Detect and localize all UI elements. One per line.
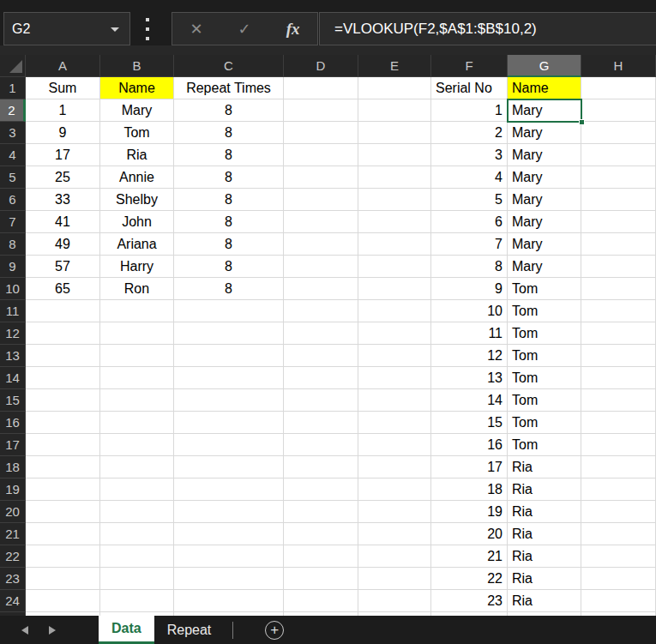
cell-E2[interactable] bbox=[358, 99, 431, 122]
add-sheet-button[interactable]: + bbox=[265, 621, 284, 640]
cell-C16[interactable] bbox=[174, 412, 284, 434]
cell-C18[interactable] bbox=[174, 456, 284, 478]
cell-H7[interactable] bbox=[581, 211, 656, 233]
name-box-dropdown-icon[interactable] bbox=[111, 27, 119, 32]
row-header-18[interactable]: 18 bbox=[0, 456, 26, 478]
cell-C14[interactable] bbox=[174, 367, 284, 389]
cell-G12[interactable]: Tom bbox=[508, 322, 581, 345]
cell-D11[interactable] bbox=[284, 300, 358, 322]
row-header-7[interactable]: 7 bbox=[0, 211, 26, 233]
cell-H24[interactable] bbox=[581, 590, 656, 612]
cell-A6[interactable]: 33 bbox=[26, 189, 100, 211]
cell-E10[interactable] bbox=[358, 278, 431, 300]
cell-D22[interactable] bbox=[284, 545, 358, 568]
cell-H10[interactable] bbox=[581, 278, 656, 300]
cell-F14[interactable]: 13 bbox=[431, 367, 508, 389]
cell-H8[interactable] bbox=[581, 233, 656, 256]
cell-G13[interactable]: Tom bbox=[508, 345, 581, 367]
select-all-button[interactable] bbox=[0, 55, 26, 77]
cell-B21[interactable] bbox=[100, 523, 174, 545]
cell-H18[interactable] bbox=[581, 456, 656, 478]
row-header-10[interactable]: 10 bbox=[0, 278, 26, 300]
prev-sheet-icon[interactable] bbox=[21, 626, 28, 635]
cell-H5[interactable] bbox=[581, 166, 656, 189]
cell-A4[interactable]: 17 bbox=[26, 144, 100, 166]
cell-B14[interactable] bbox=[100, 367, 174, 389]
cell-B2[interactable]: Mary bbox=[100, 99, 174, 122]
insert-function-icon[interactable]: fx bbox=[286, 21, 300, 37]
fill-handle[interactable] bbox=[579, 119, 585, 125]
row-header-15[interactable]: 15 bbox=[0, 389, 26, 412]
cell-D10[interactable] bbox=[284, 278, 358, 300]
cell-E19[interactable] bbox=[358, 478, 431, 501]
cell-B13[interactable] bbox=[100, 345, 174, 367]
cell-A1[interactable]: Sum bbox=[26, 77, 100, 99]
cell-H12[interactable] bbox=[581, 322, 656, 345]
cell-C11[interactable] bbox=[174, 300, 284, 322]
cell-G24[interactable]: Ria bbox=[508, 590, 581, 612]
cell-B23[interactable] bbox=[100, 568, 174, 590]
cell-E21[interactable] bbox=[358, 523, 431, 545]
cell-H2[interactable] bbox=[581, 99, 656, 122]
cell-C6[interactable]: 8 bbox=[174, 189, 284, 211]
cell-B10[interactable]: Ron bbox=[100, 278, 174, 300]
cell-A20[interactable] bbox=[26, 501, 100, 523]
cell-D7[interactable] bbox=[284, 211, 358, 233]
cell-C5[interactable]: 8 bbox=[174, 166, 284, 189]
cell-C4[interactable]: 8 bbox=[174, 144, 284, 166]
cell-B9[interactable]: Harry bbox=[100, 256, 174, 278]
enter-icon[interactable]: ✓ bbox=[238, 21, 251, 37]
cell-D1[interactable] bbox=[284, 77, 358, 99]
cell-H22[interactable] bbox=[581, 545, 656, 568]
cell-B11[interactable] bbox=[100, 300, 174, 322]
cell-B7[interactable]: John bbox=[100, 211, 174, 233]
cell-C3[interactable]: 8 bbox=[174, 122, 284, 144]
cell-A8[interactable]: 49 bbox=[26, 233, 100, 256]
cell-C8[interactable]: 8 bbox=[174, 233, 284, 256]
cell-E1[interactable] bbox=[358, 77, 431, 99]
cell-G4[interactable]: Mary bbox=[508, 144, 581, 166]
cell-C12[interactable] bbox=[174, 322, 284, 345]
cell-A19[interactable] bbox=[26, 478, 100, 501]
row-header-5[interactable]: 5 bbox=[0, 166, 26, 189]
cell-C7[interactable]: 8 bbox=[174, 211, 284, 233]
cell-G6[interactable]: Mary bbox=[508, 189, 581, 211]
cell-G16[interactable]: Tom bbox=[508, 412, 581, 434]
cell-H16[interactable] bbox=[581, 412, 656, 434]
cell-G8[interactable]: Mary bbox=[508, 233, 581, 256]
cell-A7[interactable]: 41 bbox=[26, 211, 100, 233]
row-header-22[interactable]: 22 bbox=[0, 545, 26, 568]
column-header-C[interactable]: C bbox=[174, 55, 284, 77]
row-header-11[interactable]: 11 bbox=[0, 300, 26, 322]
cell-F20[interactable]: 19 bbox=[431, 501, 508, 523]
cell-G23[interactable]: Ria bbox=[508, 568, 581, 590]
cell-F2[interactable]: 1 bbox=[431, 99, 508, 122]
cell-F19[interactable]: 18 bbox=[431, 478, 508, 501]
cell-B1[interactable]: Name bbox=[100, 77, 174, 99]
cell-D18[interactable] bbox=[284, 456, 358, 478]
cell-B12[interactable] bbox=[100, 322, 174, 345]
row-header-1[interactable]: 1 bbox=[0, 77, 26, 99]
cell-A17[interactable] bbox=[26, 434, 100, 456]
cell-B8[interactable]: Ariana bbox=[100, 233, 174, 256]
cell-F17[interactable]: 16 bbox=[431, 434, 508, 456]
cell-A9[interactable]: 57 bbox=[26, 256, 100, 278]
row-header-14[interactable]: 14 bbox=[0, 367, 26, 389]
cell-F9[interactable]: 8 bbox=[431, 256, 508, 278]
cell-H4[interactable] bbox=[581, 144, 656, 166]
cell-E22[interactable] bbox=[358, 545, 431, 568]
cell-F4[interactable]: 3 bbox=[431, 144, 508, 166]
sheet-tab-repeat[interactable]: Repeat bbox=[154, 616, 225, 644]
cell-H14[interactable] bbox=[581, 367, 656, 389]
cell-H11[interactable] bbox=[581, 300, 656, 322]
cell-B15[interactable] bbox=[100, 389, 174, 412]
cell-H3[interactable] bbox=[581, 122, 656, 144]
cell-G10[interactable]: Tom bbox=[508, 278, 581, 300]
cell-E9[interactable] bbox=[358, 256, 431, 278]
cell-A21[interactable] bbox=[26, 523, 100, 545]
cell-G5[interactable]: Mary bbox=[508, 166, 581, 189]
row-header-16[interactable]: 16 bbox=[0, 412, 26, 434]
cell-F11[interactable]: 10 bbox=[431, 300, 508, 322]
cell-H6[interactable] bbox=[581, 189, 656, 211]
cell-D15[interactable] bbox=[284, 389, 358, 412]
